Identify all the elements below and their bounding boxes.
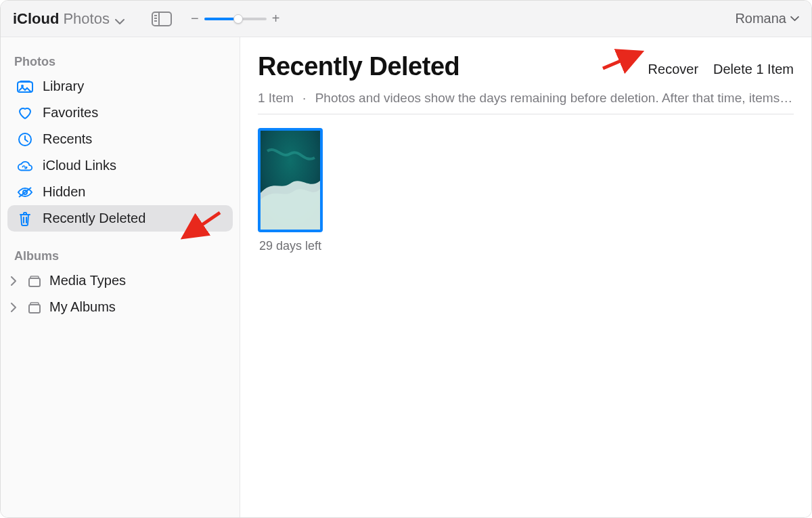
sidebar-item-label: Media Types [49, 273, 126, 288]
svg-rect-13 [29, 278, 40, 286]
trash-icon [17, 211, 33, 226]
photo-thumbnail[interactable] [258, 128, 323, 232]
zoom-in-button[interactable]: + [272, 11, 280, 26]
chevron-right-icon [10, 303, 20, 312]
zoom-slider[interactable] [204, 18, 267, 20]
sidebar-item-label: Favorites [43, 105, 98, 121]
cloud-link-icon [17, 160, 33, 172]
toolbar: iCloud Photos − + Roman [1, 1, 811, 37]
photo-caption: 29 days left [259, 239, 321, 253]
chevron-right-icon [10, 276, 20, 286]
sidebar-item-label: My Albums [49, 299, 116, 315]
user-menu[interactable]: Romana [735, 11, 799, 26]
sidebar-item-label: iCloud Links [43, 158, 116, 173]
sidebar-toggle-button[interactable] [152, 12, 172, 26]
sidebar-item-my-albums[interactable]: My Albums [7, 294, 233, 320]
sidebar-item-icloud-links[interactable]: iCloud Links [7, 152, 233, 179]
svg-rect-15 [29, 305, 40, 313]
sidebar-item-label: Recents [43, 131, 92, 147]
thumbnail-grid: 29 days left [258, 128, 794, 253]
info-subline: 1 Item · Photos and videos show the days… [258, 91, 794, 114]
photo-item[interactable]: 29 days left [258, 128, 323, 253]
sidebar-item-recently-deleted[interactable]: Recently Deleted [7, 205, 233, 232]
chevron-down-icon [790, 16, 799, 22]
app-name-photos: Photos [63, 10, 110, 28]
eye-slash-icon [17, 186, 33, 198]
clock-icon [17, 132, 33, 147]
sidebar-item-label: Recently Deleted [43, 211, 145, 226]
delete-button[interactable]: Delete 1 Item [713, 62, 794, 77]
photos-library-icon [17, 80, 33, 93]
page-title: Recently Deleted [258, 52, 459, 81]
album-stack-icon [26, 301, 43, 314]
zoom-out-button[interactable]: − [191, 11, 199, 26]
svg-rect-14 [30, 276, 39, 278]
item-count: 1 Item [258, 91, 294, 105]
sidebar-item-label: Hidden [43, 184, 85, 200]
sidebar-item-favorites[interactable]: Favorites [7, 100, 233, 126]
sidebar-item-library[interactable]: Library [7, 73, 233, 100]
photo-image [261, 131, 320, 230]
svg-rect-16 [30, 303, 39, 305]
separator-dot: · [297, 91, 311, 105]
zoom-control: − + [191, 11, 279, 26]
app-name-icloud: iCloud [13, 10, 59, 28]
deletion-note: Photos and videos show the days remainin… [315, 91, 794, 105]
recover-button[interactable]: Recover [648, 62, 698, 77]
zoom-slider-thumb[interactable] [233, 14, 243, 24]
sidebar-item-label: Library [43, 79, 84, 94]
app-switcher[interactable]: iCloud Photos [13, 10, 125, 28]
content-area: Recently Deleted Recover Delete 1 Item 1… [240, 37, 811, 517]
heart-icon [17, 106, 33, 120]
user-name: Romana [735, 11, 786, 26]
sidebar-item-media-types[interactable]: Media Types [7, 267, 233, 294]
section-header-photos: Photos [7, 49, 233, 73]
svg-rect-0 [152, 12, 171, 26]
sidebar-item-recents[interactable]: Recents [7, 126, 233, 152]
album-stack-icon [26, 275, 43, 287]
chevron-down-icon [115, 18, 125, 25]
sidebar-item-hidden[interactable]: Hidden [7, 179, 233, 205]
sidebar: Photos Library Favorites Recents [1, 37, 240, 517]
section-header-albums: Albums [7, 244, 233, 267]
svg-rect-6 [20, 81, 30, 83]
